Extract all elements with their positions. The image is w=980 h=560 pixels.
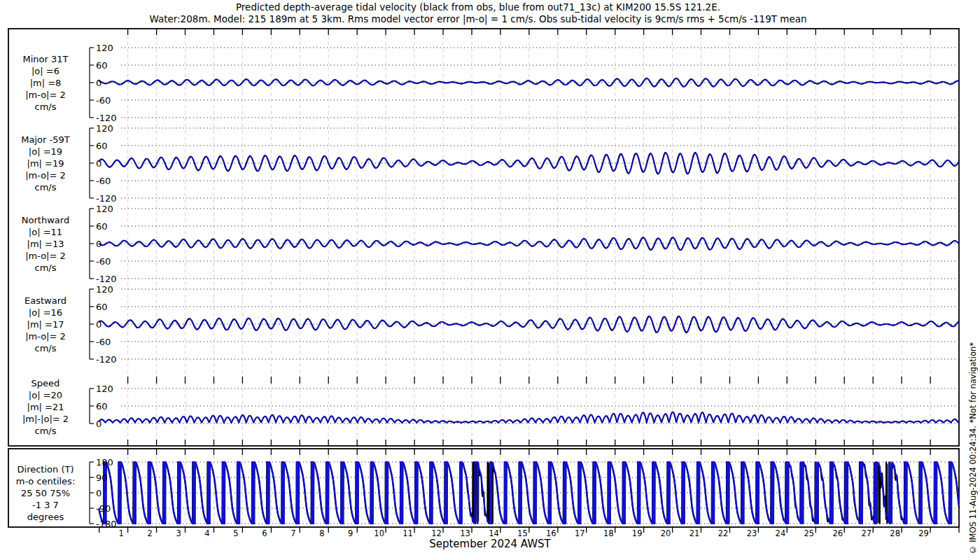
panel-label-speed: Speed|o| =20|m| =21|m|-|o|= 2cm/s: [1, 377, 90, 437]
ytick-label-northward: -60: [96, 256, 111, 267]
day-label: 26: [827, 528, 848, 538]
panel-label-line: |m| =21: [1, 401, 90, 413]
day-label: 13: [455, 528, 476, 538]
model-series-speed: [99, 412, 959, 423]
panel-label-line: |m-o|= 2: [1, 250, 90, 262]
ytick-label-minor: -120: [96, 113, 117, 123]
ytick-label-direction: -180: [96, 519, 117, 529]
panel-label-eastward: Eastward|o| =16|m| =17|m-o|= 2cm/s: [1, 295, 90, 354]
ytick-label-major: -60: [96, 176, 111, 186]
panel-label-line: -1 3 7: [1, 499, 90, 511]
panel-label-line: cm/s: [1, 262, 90, 274]
panel-label-line: |m|-|o|= 2: [1, 413, 90, 425]
day-label: 8: [312, 528, 332, 538]
day-label: 25: [799, 528, 820, 538]
day-label: 14: [483, 528, 504, 538]
day-label: 7: [283, 528, 304, 538]
ytick-label-speed: 60: [96, 401, 108, 412]
ytick-label-direction: 0: [96, 488, 102, 498]
day-label: 27: [856, 528, 877, 538]
panel-label-line: 25 50 75%: [1, 487, 90, 499]
panel-label-direction: Direction (T)m-o centiles:25 50 75%-1 3 …: [1, 463, 90, 523]
panel-label-line: Major -59T: [1, 134, 90, 146]
velocity-frame: [8, 29, 959, 446]
x-axis-title: September 2024 AWST: [0, 538, 980, 550]
ytick-label-northward: 120: [96, 204, 113, 214]
ytick-label-northward: -120: [96, 274, 117, 284]
ytick-label-major: 0: [96, 158, 102, 169]
panel-label-line: Speed: [1, 377, 90, 389]
day-label: 11: [398, 528, 419, 538]
panel-label-line: cm/s: [1, 425, 90, 437]
panel-label-line: Minor 31T: [1, 53, 90, 65]
ytick-label-direction: 90: [96, 472, 108, 483]
panel-label-line: degrees: [1, 511, 90, 523]
day-label: 28: [885, 528, 906, 538]
day-label: 15: [512, 528, 533, 538]
panel-label-line: |m-o|= 2: [1, 169, 90, 181]
day-label: 23: [741, 528, 762, 538]
panel-label-line: |m| =17: [1, 318, 90, 330]
day-label: 24: [770, 528, 791, 538]
panel-label-line: cm/s: [1, 101, 90, 113]
ytick-label-minor: 0: [96, 78, 102, 88]
panel-label-line: Eastward: [1, 295, 90, 307]
panel-label-line: Direction (T): [1, 463, 90, 475]
day-label: 2: [139, 528, 160, 538]
day-label: 22: [713, 528, 734, 538]
day-label: 18: [598, 528, 619, 538]
ytick-label-speed: 120: [96, 384, 113, 394]
ytick-label-northward: 60: [96, 221, 108, 232]
panel-label-line: |o| =20: [1, 389, 90, 401]
ytick-label-major: 120: [96, 123, 113, 134]
ytick-label-minor: 60: [96, 60, 108, 71]
day-label: 16: [540, 528, 561, 538]
panel-label-line: |m| =19: [1, 158, 90, 169]
ytick-label-direction: 180: [96, 457, 113, 468]
day-label: 17: [569, 528, 590, 538]
day-label: 12: [426, 528, 447, 538]
panel-label-major: Major -59T|o| =19|m| =19|m-o|= 2cm/s: [1, 134, 90, 193]
panel-label-line: |m| =13: [1, 238, 90, 250]
day-label: 29: [913, 528, 934, 538]
panel-label-northward: Northward|o| =11|m| =13|m-o|= 2cm/s: [1, 214, 90, 274]
ytick-label-major: -120: [96, 193, 117, 204]
ytick-label-eastward: -120: [96, 354, 117, 365]
panel-label-line: |o| =11: [1, 226, 90, 238]
day-label: 9: [340, 528, 361, 538]
panel-label-line: |m| =8: [1, 77, 90, 89]
day-label: 20: [655, 528, 676, 538]
day-label: 19: [626, 528, 648, 538]
day-label: 21: [684, 528, 705, 538]
panel-label-line: cm/s: [1, 181, 90, 193]
day-label: 1: [111, 528, 132, 538]
day-label: 10: [369, 528, 390, 538]
panel-label-line: |m-o|= 2: [1, 330, 90, 342]
panel-label-minor: Minor 31T|o| =6|m| =8|m-o|= 2cm/s: [1, 53, 90, 113]
day-label: 3: [168, 528, 189, 538]
day-label: 6: [254, 528, 275, 538]
panel-label-line: |o| =19: [1, 146, 90, 158]
ytick-label-major: 60: [96, 141, 108, 151]
day-label: 5: [225, 528, 246, 538]
ytick-label-eastward: 0: [96, 319, 102, 330]
ytick-label-northward: 0: [96, 239, 102, 249]
ytick-label-direction: -90: [96, 503, 111, 514]
copyright-watermark: © IMOS 11-Aug-2024 00:24:34. *Not for na…: [968, 342, 978, 554]
panel-label-line: Northward: [1, 214, 90, 226]
panel-label-line: cm/s: [1, 342, 90, 354]
day-label: 4: [197, 528, 218, 538]
panel-label-line: |o| =6: [1, 65, 90, 77]
ytick-label-minor: 120: [96, 43, 113, 53]
tidal-chart-svg: [0, 0, 980, 560]
panel-label-line: |m-o|= 2: [1, 89, 90, 101]
ytick-label-eastward: 60: [96, 302, 108, 312]
panel-label-line: m-o centiles:: [1, 475, 90, 487]
ytick-label-minor: -60: [96, 95, 111, 106]
ytick-label-speed: 0: [96, 419, 102, 429]
ytick-label-eastward: 120: [96, 284, 113, 295]
figure: Predicted depth-average tidal velocity (…: [0, 0, 980, 560]
ytick-label-eastward: -60: [96, 337, 111, 347]
panel-label-line: |o| =16: [1, 307, 90, 318]
